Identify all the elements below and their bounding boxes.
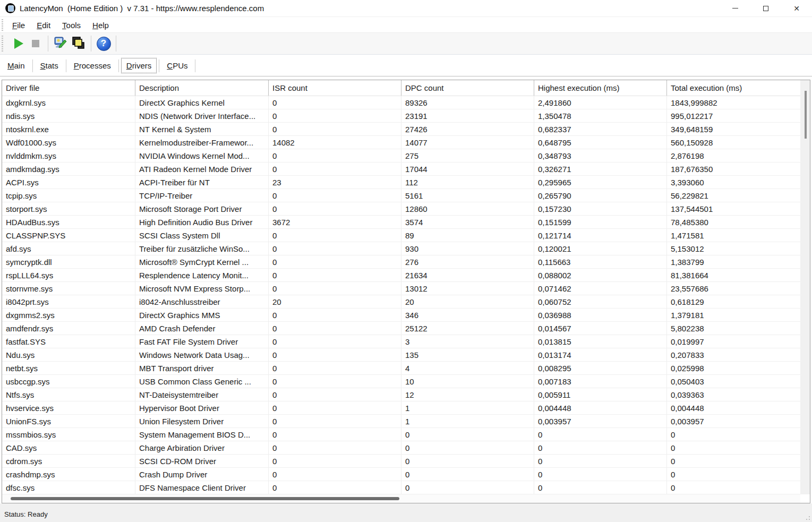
tab-stats[interactable]: Stats [36,58,63,73]
table-row[interactable]: dxgkrnl.sysDirectX Graphics Kernel089326… [2,96,800,109]
options-button[interactable] [52,35,70,52]
table-cell: ntoskrnl.exe [2,123,135,135]
vertical-scrollbar[interactable] [800,80,810,494]
table-row[interactable]: fastfat.SYSFast FAT File System Driver03… [2,335,800,348]
table-cell: Microsoft® SymCrypt Kernel ... [135,255,269,268]
titlebar: LatencyMon (Home Edition ) v 7.31 - http… [0,0,812,17]
table-cell: 0 [269,455,401,467]
table-cell: i8042prt.sys [2,295,135,308]
stop-monitor-button[interactable] [27,35,45,52]
resize-grip[interactable] [805,515,810,520]
table-row[interactable]: stornvme.sysMicrosoft NVM Express Storp.… [2,282,800,295]
tab-cpus[interactable]: CPUs [162,58,192,73]
table-cell: 0,013174 [534,348,667,361]
table-row[interactable]: ntoskrnl.exeNT Kernel & System0274260,68… [2,123,800,136]
table-row[interactable]: dfsc.sysDFS Namespace Client Driver0000 [2,481,800,494]
table-cell: 89 [401,229,534,242]
table-cell: 0,151599 [534,216,667,228]
table-row[interactable]: HDAudBus.sysHigh Definition Audio Bus Dr… [2,216,800,229]
header-cell-driver-file[interactable]: Driver file [2,80,135,96]
vertical-scrollbar-thumb[interactable] [805,91,807,139]
table-row[interactable]: cdrom.sysSCSI CD-ROM Driver0000 [2,455,800,468]
table-cell: 0 [534,441,667,454]
table-cell: 0 [269,362,401,374]
table-row[interactable]: nvlddmkm.sysNVIDIA Windows Kernel Mod...… [2,149,800,162]
header-cell-isr-count[interactable]: ISR count [269,80,401,96]
table-cell: 10 [401,375,534,388]
menubar: File Edit Tools Help [0,18,812,33]
table-row[interactable]: tcpip.sysTCP/IP-Treiber051610,26579056,2… [2,189,800,202]
table-cell: 0 [269,255,401,268]
table-row[interactable]: UnionFS.sysUnion Filesystem Driver010,00… [2,415,800,428]
table-row[interactable]: Ndu.sysWindows Network Data Usag...01350… [2,348,800,362]
table-row[interactable]: amdfendr.sysAMD Crash Defender0251220,01… [2,322,800,335]
app-icon [5,3,15,13]
table-cell: usbccgp.sys [2,375,135,388]
table-row[interactable]: dxgmms2.sysDirectX Graphics MMS03460,036… [2,309,800,322]
table-cell: USB Common Class Generic ... [135,375,269,388]
maximize-button[interactable] [750,0,781,16]
table-row[interactable]: CLASSPNP.SYSSCSI Class System Dll0890,12… [2,229,800,242]
table-row[interactable]: i8042prt.sysi8042-Anschlusstreiber20200,… [2,295,800,309]
table-cell: 135 [401,348,534,361]
menu-item-edit[interactable]: Edit [31,19,56,32]
table-cell: 0 [269,229,401,242]
table-cell: Wdf01000.sys [2,136,135,149]
table-row[interactable]: ndis.sysNDIS (Network Driver Interface..… [2,109,800,123]
help-button[interactable]: ? [95,35,113,52]
table-cell: 0 [269,428,401,441]
table-cell: Treiber für zusätzliche WinSo... [135,242,269,255]
header-cell-dpc-count[interactable]: DPC count [401,80,534,96]
copy-report-button[interactable] [70,35,88,52]
table-row[interactable]: amdkmdag.sysATI Radeon Kernel Mode Drive… [2,162,800,176]
table-row[interactable]: mssmbios.sysSystem Management BIOS D...0… [2,428,800,441]
table-cell: SCSI CD-ROM Driver [135,455,269,467]
window-controls: ✕ [720,0,812,16]
table-row[interactable]: symcryptk.dllMicrosoft® SymCrypt Kernel … [2,255,800,269]
table-cell: 1 [401,401,534,414]
table-cell: 0 [667,441,800,454]
table-row[interactable]: storport.sysMicrosoft Storage Port Drive… [2,202,800,216]
tab-drivers[interactable]: Drivers [122,58,157,73]
tab-separator [118,59,119,72]
table-row[interactable]: afd.sysTreiber für zusätzliche WinSo...0… [2,242,800,255]
table-cell: 0 [269,481,401,494]
table-cell: ACPI-Treiber für NT [135,176,269,189]
tab-main[interactable]: Main [3,58,30,73]
table-cell: 0,004448 [534,401,667,414]
header-cell-description[interactable]: Description [135,80,269,96]
table-row[interactable]: netbt.sysMBT Transport driver040,0082950… [2,362,800,375]
table-row[interactable]: rspLLL64.sysResplendence Latency Monit..… [2,269,800,282]
table-row[interactable]: hvservice.sysHypervisor Boot Driver010,0… [2,401,800,415]
header-cell-highest-execution[interactable]: Highest execution (ms) [534,80,667,96]
table-cell: 0,618129 [667,295,800,308]
table-cell: 0 [534,455,667,467]
horizontal-scrollbar-thumb[interactable] [11,497,399,500]
close-button[interactable]: ✕ [781,0,812,16]
table-cell: Ntfs.sys [2,388,135,401]
table-cell: NDIS (Network Driver Interface... [135,109,269,122]
table-cell: ndis.sys [2,109,135,122]
tab-processes[interactable]: Processes [69,58,116,73]
table-cell: DirectX Graphics Kernel [135,96,269,109]
table-row[interactable]: usbccgp.sysUSB Common Class Generic ...0… [2,375,800,388]
menu-item-help[interactable]: Help [87,19,115,32]
table-cell: 0,060752 [534,295,667,308]
table-cell: HDAudBus.sys [2,216,135,228]
table-cell: 81,381664 [667,269,800,281]
header-cell-total-execution[interactable]: Total execution (ms) [667,80,800,96]
minimize-button[interactable] [720,0,750,16]
minimize-icon [732,8,738,8]
horizontal-scrollbar[interactable] [2,494,800,503]
app-window: LatencyMon (Home Edition ) v 7.31 - http… [0,0,812,522]
start-monitor-button[interactable] [8,35,27,52]
table-cell: dfsc.sys [2,481,135,494]
table-cell: 0,019997 [667,335,800,348]
menu-item-tools[interactable]: Tools [56,19,87,32]
menu-item-file[interactable]: File [6,19,31,32]
table-row[interactable]: Wdf01000.sysKernelmodustreiber-Framewor.… [2,136,800,149]
table-row[interactable]: ACPI.sysACPI-Treiber für NT231120,295965… [2,176,800,189]
table-row[interactable]: Ntfs.sysNT-Dateisystemtreiber0120,005911… [2,388,800,401]
table-row[interactable]: CAD.sysCharge Arbiration Driver0000 [2,441,800,455]
table-row[interactable]: crashdmp.sysCrash Dump Driver0000 [2,468,800,481]
